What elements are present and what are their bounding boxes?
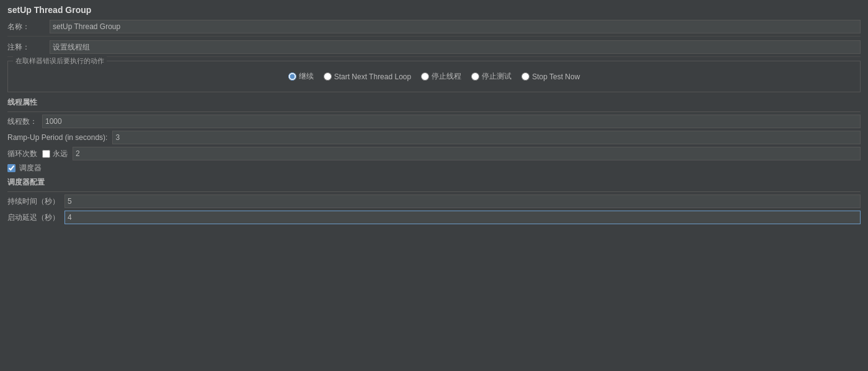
comment-label: 注释： [7,42,45,53]
startup-delay-input[interactable] [64,211,861,224]
radio-stop-thread[interactable]: 停止线程 [421,71,461,82]
ramp-up-label: Ramp-Up Period (in seconds): [7,133,107,142]
radio-start-next-input[interactable] [324,72,332,81]
radio-stop-test-label: 停止测试 [482,71,512,82]
name-input[interactable] [50,20,861,33]
startup-delay-row: 启动延迟（秒） [7,211,861,224]
loop-label: 循环次数 [7,149,37,159]
thread-count-label: 线程数： [7,116,37,127]
name-label: 名称： [7,22,45,32]
duration-row: 持续时间（秒） [7,194,861,208]
radio-group: 继续 Start Next Thread Loop 停止线程 停止测试 Stop… [11,66,857,87]
startup-delay-label: 启动延迟（秒） [7,212,60,223]
radio-continue-label: 继续 [299,71,314,82]
radio-continue[interactable]: 继续 [288,71,314,82]
scheduler-config-title: 调度器配置 [7,177,861,188]
panel-title: setUp Thread Group [7,5,861,15]
scheduler-config-section: 调度器配置 持续时间（秒） 启动延迟（秒） [7,177,861,224]
thread-props-title: 线程属性 [7,97,861,108]
radio-stop-thread-input[interactable] [421,72,429,81]
scheduler-checkbox[interactable] [7,164,16,172]
divider-1 [7,111,861,112]
sampler-error-section: 在取样器错误后要执行的动作 继续 Start Next Thread Loop … [7,61,861,92]
comment-input[interactable] [50,40,861,54]
sampler-error-title: 在取样器错误后要执行的动作 [13,56,107,66]
scheduler-checkbox-label: 调度器 [19,163,42,173]
loop-row: 循环次数 永远 [7,147,861,160]
name-row: 名称： [7,20,861,37]
comment-row: 注释： [7,40,861,57]
radio-stop-thread-label: 停止线程 [432,71,461,82]
divider-2 [7,191,861,192]
radio-stop-test[interactable]: 停止测试 [471,71,512,82]
scheduler-check-row: 调度器 [7,163,861,173]
ramp-up-row: Ramp-Up Period (in seconds): [7,131,861,144]
radio-start-next[interactable]: Start Next Thread Loop [324,72,412,81]
duration-input[interactable] [64,194,861,208]
duration-label: 持续时间（秒） [7,196,60,207]
thread-count-input[interactable] [42,115,861,128]
thread-props-section: 线程属性 线程数： Ramp-Up Period (in seconds): 循… [7,97,861,173]
radio-stop-test-now[interactable]: Stop Test Now [521,72,580,81]
radio-start-next-label: Start Next Thread Loop [334,72,412,81]
radio-stop-test-input[interactable] [471,72,479,81]
ramp-up-input[interactable] [112,131,861,144]
forever-checkbox[interactable] [42,150,50,158]
main-panel: setUp Thread Group 名称： 注释： 在取样器错误后要执行的动作… [0,0,868,233]
loop-count-input[interactable] [73,147,861,160]
radio-stop-test-now-label: Stop Test Now [532,72,580,81]
radio-stop-test-now-input[interactable] [521,72,529,81]
thread-count-row: 线程数： [7,115,861,128]
radio-continue-input[interactable] [288,72,296,81]
forever-label: 永远 [53,149,68,159]
